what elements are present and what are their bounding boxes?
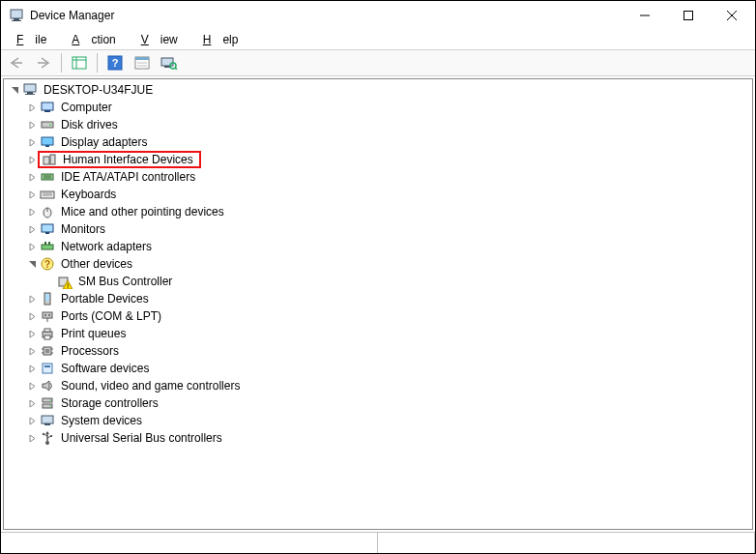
scan-hardware-button[interactable] (158, 52, 181, 73)
svg-rect-13 (135, 57, 149, 60)
tree-item[interactable]: Network adapters (4, 238, 752, 255)
svg-rect-4 (683, 12, 692, 20)
tree-child-item[interactable]: !SM Bus Controller (4, 273, 752, 290)
other-icon: ? (40, 256, 55, 272)
computer-icon (40, 100, 55, 115)
svg-rect-42 (44, 242, 46, 245)
maximize-button[interactable] (666, 2, 710, 29)
cpu-icon (40, 343, 55, 359)
svg-rect-27 (42, 137, 53, 145)
tree-item[interactable]: Print queues (4, 325, 752, 342)
tree-expand-icon[interactable] (25, 101, 40, 115)
ide-icon (40, 169, 55, 185)
tree-item-label: Mice and other pointing devices (59, 203, 226, 220)
svg-rect-24 (44, 110, 50, 112)
tree-expand-icon[interactable] (25, 135, 40, 150)
show-hide-tree-button[interactable] (68, 52, 91, 73)
svg-rect-2 (12, 20, 21, 21)
status-cell (378, 533, 755, 553)
svg-rect-59 (45, 349, 49, 353)
storage-icon (40, 395, 55, 411)
svg-rect-43 (48, 242, 50, 245)
tree-item[interactable]: Portable Devices (4, 290, 752, 307)
tree-item[interactable]: Processors (4, 342, 752, 360)
tree-expand-icon[interactable] (25, 344, 40, 359)
tree-expand-icon[interactable] (25, 327, 40, 341)
svg-rect-21 (27, 92, 33, 94)
tree-item-label: Keyboards (59, 186, 118, 203)
tree-item[interactable]: Storage controllers (4, 394, 752, 412)
menu-help[interactable]: Help (191, 31, 250, 48)
monitor-icon (40, 221, 55, 237)
tree-item-label: Universal Serial Bus controllers (59, 429, 224, 447)
tree-item[interactable]: Sound, video and game controllers (4, 377, 752, 394)
tree-item[interactable]: Ports (COM & LPT) (4, 307, 752, 325)
menu-action[interactable]: Action (60, 31, 127, 48)
tree-item[interactable]: Keyboards (4, 186, 752, 203)
svg-rect-29 (44, 157, 49, 164)
tree-item[interactable]: Disk drives (4, 116, 752, 133)
tree-expand-icon[interactable] (25, 205, 40, 219)
tree-item[interactable]: Universal Serial Bus controllers (4, 429, 752, 447)
svg-rect-25 (42, 122, 53, 128)
tree-item[interactable]: IDE ATA/ATAPI controllers (4, 168, 752, 186)
svg-rect-22 (25, 94, 35, 95)
svg-rect-16 (161, 58, 173, 66)
tree-expand-icon[interactable] (25, 170, 40, 185)
tree-expand-icon[interactable] (25, 431, 40, 446)
tree-root-label: DESKTOP-U34FJUE (42, 81, 155, 99)
tree-expand-icon[interactable] (25, 188, 40, 202)
tree-item-label: Storage controllers (59, 394, 160, 412)
svg-point-77 (43, 433, 44, 435)
close-button[interactable] (710, 2, 753, 29)
menu-file[interactable]: File (5, 31, 58, 48)
svg-line-19 (175, 68, 177, 70)
tree-item-label: Sound, video and game controllers (59, 377, 242, 394)
forward-button[interactable] (32, 52, 55, 73)
tree-expand-icon[interactable] (25, 292, 40, 306)
tree-expand-icon[interactable] (25, 414, 40, 428)
tree-item[interactable]: Mice and other pointing devices (4, 203, 752, 220)
tree-expand-icon[interactable] (25, 396, 40, 411)
help-button[interactable]: ? (103, 52, 127, 73)
tree-item[interactable]: Display adapters (4, 133, 752, 151)
minimize-button[interactable] (623, 2, 666, 29)
tree-expand-icon[interactable] (25, 309, 40, 324)
usb-icon (40, 430, 55, 446)
tree-item[interactable]: Computer (4, 99, 752, 116)
tree-expand-icon[interactable] (25, 362, 40, 376)
tree-item[interactable]: ?Other devices (4, 255, 752, 273)
menu-view[interactable]: View (130, 31, 189, 48)
svg-rect-51 (43, 312, 52, 318)
tree-expand-icon[interactable] (25, 240, 40, 254)
tree-expand-icon[interactable] (25, 222, 40, 237)
svg-rect-50 (45, 294, 49, 301)
back-button[interactable] (5, 52, 28, 73)
tree-item[interactable]: Monitors (4, 220, 752, 238)
svg-text:?: ? (112, 57, 119, 69)
mouse-icon (40, 204, 55, 219)
ports-icon (40, 308, 55, 324)
svg-text:?: ? (44, 259, 50, 270)
tree-item[interactable]: Software devices (4, 360, 752, 377)
device-tree[interactable]: DESKTOP-U34FJUEComputerDisk drivesDispla… (3, 78, 753, 530)
tree-item-label: Software devices (59, 360, 151, 377)
svg-rect-30 (50, 155, 55, 164)
portable-icon (40, 291, 55, 306)
tree-collapse-icon[interactable] (25, 257, 40, 272)
tree-expand-icon[interactable] (25, 379, 40, 394)
tree-collapse-icon[interactable] (8, 83, 22, 98)
tree-item[interactable]: Human Interface Devices (4, 151, 752, 168)
svg-rect-28 (45, 145, 49, 147)
tree-expand-icon[interactable] (25, 118, 40, 132)
tree-item[interactable]: System devices (4, 412, 752, 429)
svg-point-70 (49, 405, 51, 407)
svg-rect-78 (50, 435, 52, 437)
tree-root[interactable]: DESKTOP-U34FJUE (4, 81, 752, 99)
tree-item-label: Disk drives (59, 116, 120, 133)
svg-rect-17 (164, 66, 170, 68)
svg-point-52 (44, 314, 46, 316)
properties-button[interactable] (131, 52, 154, 73)
menu-bar: File Action View Help (1, 30, 755, 49)
hid-icon (42, 152, 57, 167)
